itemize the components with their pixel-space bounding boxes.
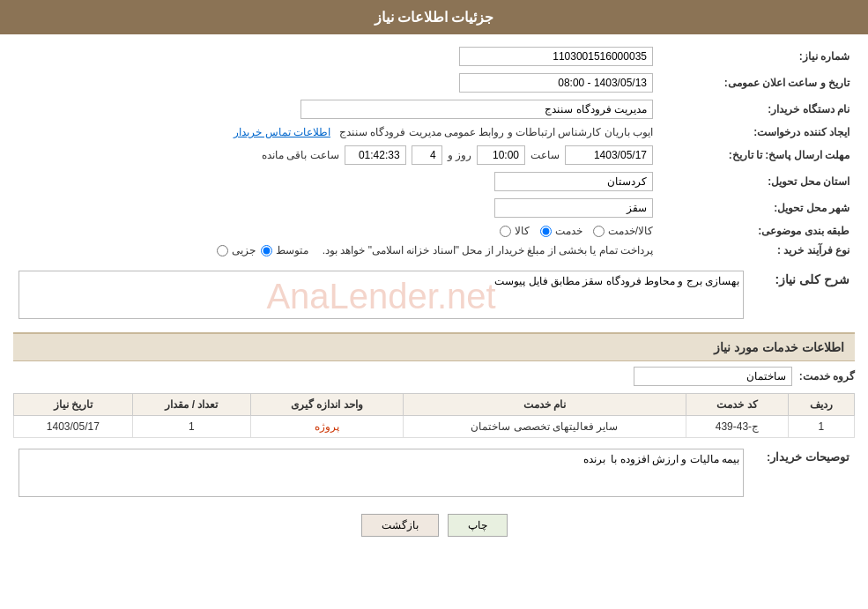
ejadKonande-link[interactable]: اطلاعات تماس خریدار [234, 126, 330, 138]
main-content: شماره نیاز: تاریخ و ساعت اعلان عمومی: نا… [0, 34, 868, 556]
col-radif: ردیف [788, 394, 854, 416]
row-shomareNiaz: شماره نیاز: [13, 43, 855, 70]
sharh-textarea[interactable] [19, 271, 744, 319]
shomareNiaz-input[interactable] [459, 47, 653, 66]
radio-kala-khedmat[interactable] [593, 226, 605, 237]
col-nam: نام خدمت [403, 394, 686, 416]
cell-nam: سایر فعالیتهای تخصصی ساختمان [403, 416, 686, 438]
mohlat-saat-input[interactable] [477, 145, 525, 165]
radio-motevaset[interactable] [261, 245, 272, 256]
services-header-row: ردیف کد خدمت نام خدمت واحد اندازه گیری ت… [14, 394, 855, 416]
radio-khedmat-label: خدمت [555, 225, 582, 237]
mohlat-flex: ساعت روز و ساعت باقی مانده [19, 145, 653, 165]
tosih-value [13, 445, 749, 503]
cell-kod: ج-43-439 [686, 416, 788, 438]
radio-kala-item: کالا [500, 225, 530, 237]
row-ostan: استان محل تحویل: [13, 168, 855, 195]
tabaghebandi-label: طبقه بندی موضوعی: [658, 221, 855, 241]
radio-kala-label: کالا [515, 225, 530, 237]
page-wrapper: جزئیات اطلاعات نیاز شماره نیاز: تاریخ و … [0, 0, 868, 609]
ejadKonande-text: ایوب باریان کارشناس ارتباطات و روابط عمو… [339, 126, 653, 138]
tarikh-input[interactable] [459, 73, 653, 93]
buttons-row: چاپ بازگشت [13, 514, 855, 537]
tosih-textarea[interactable] [19, 449, 744, 497]
col-tarikh: تاریخ نیاز [14, 394, 133, 416]
radio-motevaset-item: متوسط [261, 244, 308, 256]
shahr-input[interactable] [494, 198, 653, 218]
radio-khedmat[interactable] [540, 226, 552, 237]
row-tabaghebandi: طبقه بندی موضوعی: کالا/خدمت خدمت کالا [13, 221, 855, 241]
tosih-label: توصیحات خریدار: [749, 445, 855, 503]
col-tedad: تعداد / مقدار [132, 394, 251, 416]
radio-kala[interactable] [500, 226, 511, 237]
sharh-table: شرح کلی نیاز: AnaLender.net document.add… [13, 267, 855, 325]
chap-button[interactable]: چاپ [448, 514, 508, 537]
tarikh-value [13, 70, 658, 96]
sharh-value: AnaLender.net document.addEventListener(… [13, 267, 749, 325]
shomareNiaz-label: شماره نیاز: [658, 43, 855, 70]
mohlat-saat-label: ساعت [530, 149, 560, 161]
cell-vahed: پروژه [251, 416, 403, 438]
row-sharh: شرح کلی نیاز: AnaLender.net document.add… [13, 267, 855, 325]
mohlat-roz-input[interactable] [412, 145, 442, 165]
namDastgah-input[interactable] [300, 100, 653, 119]
row-tarikh: تاریخ و ساعت اعلان عمومی: [13, 70, 855, 96]
radio-kala-khedmat-item: کالا/خدمت [593, 225, 653, 237]
tosih-table: توصیحات خریدار: [13, 445, 855, 503]
row-namDastgah: نام دستگاه خریدار: [13, 96, 855, 123]
ostan-label: استان محل تحویل: [658, 168, 855, 195]
services-tbody: 1 ج-43-439 سایر فعالیتهای تخصصی ساختمان … [14, 416, 855, 438]
radio-jazii-item: جزیی [217, 244, 256, 256]
noeFarayand-desc: پرداخت تمام یا بخشی از مبلغ خریدار از مح… [323, 244, 653, 256]
groh-khedmat-label: گروه خدمت: [799, 370, 855, 382]
radio-khedmat-item: خدمت [540, 225, 582, 237]
row-tosih: توصیحات خریدار: [13, 445, 855, 503]
ostan-value [13, 168, 658, 195]
row-mohlat: مهلت ارسال پاسخ: تا تاریخ: ساعت روز و سا… [13, 142, 855, 168]
page-header: جزئیات اطلاعات نیاز [0, 0, 868, 34]
page-title: جزئیات اطلاعات نیاز [375, 10, 494, 25]
col-kod: کد خدمت [686, 394, 788, 416]
col-vahed: واحد اندازه گیری [251, 394, 403, 416]
section-khadamat: اطلاعات خدمات مورد نیاز [13, 332, 855, 361]
tabaghebandi-radio-group: کالا/خدمت خدمت کالا [19, 225, 653, 237]
row-shahr: شهر محل تحویل: [13, 195, 855, 221]
ejadKonande-value: ایوب باریان کارشناس ارتباطات و روابط عمو… [13, 123, 658, 142]
mohlat-label: مهلت ارسال پاسخ: تا تاریخ: [658, 142, 855, 168]
table-row: 1 ج-43-439 سایر فعالیتهای تخصصی ساختمان … [14, 416, 855, 438]
mohlat-mande-input[interactable] [345, 145, 406, 165]
row-noeFarayand: نوع فرآیند خرید : پرداخت تمام یا بخشی از… [13, 241, 855, 260]
namDastgah-label: نام دستگاه خریدار: [658, 96, 855, 123]
namDastgah-value [13, 96, 658, 123]
ejadKonande-label: ایجاد کننده درخواست: [658, 123, 855, 142]
ostan-input[interactable] [494, 172, 653, 191]
mohlat-row: ساعت روز و ساعت باقی مانده [13, 142, 658, 168]
noeFarayand-label: نوع فرآیند خرید : [658, 241, 855, 260]
radio-kala-khedmat-label: کالا/خدمت [608, 225, 653, 237]
mohlat-mande-label: ساعت باقی مانده [262, 149, 339, 161]
radio-jazii-label: جزیی [232, 244, 256, 256]
bazgasht-button[interactable]: بازگشت [361, 514, 439, 537]
cell-tarikh: 1403/05/17 [14, 416, 133, 438]
noeFarayand-flex: پرداخت تمام یا بخشی از مبلغ خریدار از مح… [19, 244, 653, 256]
shahr-value [13, 195, 658, 221]
info-table: شماره نیاز: تاریخ و ساعت اعلان عمومی: نا… [13, 43, 855, 260]
row-ejadKonande: ایجاد کننده درخواست: ایوب باریان کارشناس… [13, 123, 855, 142]
mohlat-date-input[interactable] [565, 145, 653, 165]
groh-khedmat-input[interactable] [634, 367, 792, 386]
watermark-area: AnaLender.net [19, 271, 744, 322]
mohlat-roz-label: روز و [448, 149, 471, 161]
radio-motevaset-label: متوسط [276, 244, 308, 256]
tarikh-label: تاریخ و ساعت اعلان عمومی: [658, 70, 855, 96]
groh-khedmat-row: گروه خدمت: [13, 367, 855, 386]
cell-radif: 1 [788, 416, 854, 438]
radio-jazii[interactable] [217, 245, 228, 256]
shomareNiaz-value [13, 43, 658, 70]
tabaghebandi-radios: کالا/خدمت خدمت کالا [13, 221, 658, 241]
shahr-label: شهر محل تحویل: [658, 195, 855, 221]
services-thead: ردیف کد خدمت نام خدمت واحد اندازه گیری ت… [14, 394, 855, 416]
cell-tedad: 1 [132, 416, 251, 438]
sharh-label: شرح کلی نیاز: [749, 267, 855, 325]
noeFarayand-value: پرداخت تمام یا بخشی از مبلغ خریدار از مح… [13, 241, 658, 260]
services-table: ردیف کد خدمت نام خدمت واحد اندازه گیری ت… [13, 393, 855, 438]
